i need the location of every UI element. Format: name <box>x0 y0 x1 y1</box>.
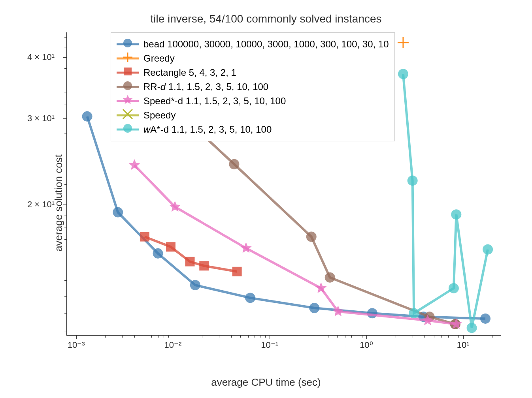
svg-point-8 <box>480 314 490 324</box>
svg-point-30 <box>409 308 419 318</box>
svg-point-29 <box>407 175 418 186</box>
svg-point-16 <box>306 232 317 242</box>
svg-marker-26 <box>422 315 434 325</box>
svg-point-3 <box>190 280 200 290</box>
data-point <box>325 272 335 283</box>
legend: bead 100000, 30000, 10000, 3000, 1000, 3… <box>111 32 395 141</box>
legend-label: Rectangle 5, 4, 3, 2, 1 <box>143 67 236 78</box>
series-line <box>403 74 488 328</box>
svg-point-28 <box>398 69 408 79</box>
svg-marker-38 <box>123 95 133 104</box>
x-tick-label: 10¹ <box>457 340 470 350</box>
svg-point-33 <box>467 323 477 333</box>
y-tick-label: 2 × 10¹ <box>27 199 55 210</box>
legend-item: Greedy <box>117 52 389 65</box>
svg-point-32 <box>451 209 461 220</box>
svg-marker-24 <box>315 282 327 293</box>
svg-marker-27 <box>451 318 462 329</box>
y-tick-label: 3 × 10¹ <box>27 113 55 124</box>
data-point <box>398 37 409 48</box>
x-tick-label: 10⁰ <box>360 340 373 350</box>
legend-label: wA*-d 1.1, 1.5, 2, 3, 5, 10, 100 <box>143 124 272 135</box>
data-point <box>232 267 242 276</box>
series-line <box>198 130 455 324</box>
data-point <box>82 111 92 122</box>
data-point <box>129 159 140 170</box>
svg-rect-10 <box>166 242 175 252</box>
legend-marker <box>117 96 139 107</box>
y-tick-label: 4 × 10¹ <box>27 52 55 62</box>
svg-rect-11 <box>185 257 195 267</box>
series-line <box>145 237 237 272</box>
legend-label: Speedy <box>143 110 175 121</box>
svg-point-39 <box>123 124 132 133</box>
chart-container: tile inverse, 54/100 commonly solved ins… <box>0 8 532 398</box>
legend-marker <box>117 110 139 121</box>
x-tick-label: 10⁻¹ <box>261 340 278 350</box>
x-tick-label: 10⁻² <box>164 340 182 350</box>
svg-point-20 <box>450 319 460 329</box>
legend-marker <box>117 67 139 78</box>
series-line <box>87 116 485 319</box>
svg-point-34 <box>483 244 493 255</box>
svg-point-7 <box>419 312 429 322</box>
svg-point-0 <box>82 111 92 122</box>
data-point <box>467 323 477 333</box>
legend-item: Speedy <box>117 109 389 122</box>
legend-marker <box>117 53 139 64</box>
svg-point-15 <box>229 159 239 169</box>
data-point <box>483 244 493 255</box>
data-point <box>185 257 195 267</box>
y-axis-label: average solution cost <box>53 154 65 252</box>
legend-item: Speed*-d 1.1, 1.5, 2, 3, 5, 10, 100 <box>117 94 389 108</box>
data-point <box>422 315 434 325</box>
data-point <box>166 242 175 252</box>
svg-marker-25 <box>332 306 344 316</box>
legend-label: RR-d 1.1, 1.5, 2, 3, 5, 10, 100 <box>143 81 268 92</box>
svg-point-18 <box>424 312 435 322</box>
data-point <box>306 232 317 242</box>
svg-point-5 <box>309 303 319 313</box>
svg-rect-36 <box>124 68 132 75</box>
data-point <box>140 232 149 242</box>
svg-marker-22 <box>169 201 181 212</box>
svg-point-31 <box>449 283 459 293</box>
svg-rect-13 <box>232 267 242 276</box>
data-point <box>409 308 419 318</box>
data-point <box>480 314 490 324</box>
data-point <box>113 207 123 218</box>
data-point <box>169 201 181 212</box>
svg-point-6 <box>367 308 377 318</box>
svg-point-37 <box>123 81 132 90</box>
data-point <box>240 242 252 253</box>
chart-title: tile inverse, 54/100 commonly solved ins… <box>0 13 532 25</box>
data-point <box>451 209 461 220</box>
legend-label: bead 100000, 30000, 10000, 3000, 1000, 3… <box>143 39 389 50</box>
svg-marker-21 <box>129 159 140 170</box>
svg-point-2 <box>153 248 163 259</box>
data-point <box>450 319 460 329</box>
data-point <box>309 303 319 313</box>
data-point <box>424 312 435 322</box>
legend-marker <box>117 39 139 50</box>
data-point <box>407 175 418 186</box>
svg-rect-12 <box>199 261 209 270</box>
data-point <box>367 308 377 318</box>
legend-item: wA*-d 1.1, 1.5, 2, 3, 5, 10, 100 <box>117 123 389 136</box>
data-point <box>199 261 209 270</box>
x-axis-label: average CPU time (sec) <box>0 376 532 389</box>
series-line <box>134 165 456 324</box>
legend-marker <box>117 81 139 92</box>
svg-point-19 <box>450 319 460 329</box>
x-tick-label: 10⁻³ <box>68 340 85 350</box>
data-point <box>153 248 163 259</box>
legend-marker <box>117 124 139 135</box>
svg-point-17 <box>325 272 335 283</box>
data-point <box>245 293 255 303</box>
data-point <box>229 159 239 169</box>
data-point <box>315 282 327 293</box>
svg-marker-23 <box>240 242 252 253</box>
svg-point-1 <box>113 207 123 218</box>
svg-rect-9 <box>140 232 149 242</box>
svg-point-35 <box>123 39 132 47</box>
